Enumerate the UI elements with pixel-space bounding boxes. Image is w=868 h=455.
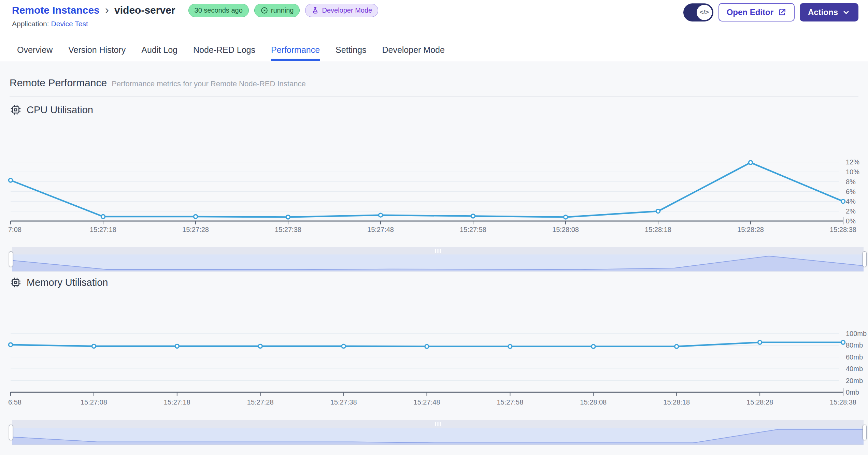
performance-panel: Remote Performance Performance metrics f… (0, 61, 868, 455)
memory-zoom-grip-icon[interactable] (435, 422, 441, 426)
svg-text:15:27:28: 15:27:28 (182, 226, 209, 233)
cpu-utilisation-chart[interactable]: 0%2%4%6%8%10%12%7:0815:27:1815:27:2815:2… (0, 147, 868, 235)
page-subtitle: Performance metrics for your Remote Node… (112, 79, 306, 88)
badge-group: 30 seconds ago running D (188, 4, 379, 17)
tab-overview[interactable]: Overview (17, 39, 53, 61)
memory-zoom-track[interactable] (12, 420, 864, 428)
svg-text:100mb: 100mb (846, 330, 867, 337)
svg-text:15:27:48: 15:27:48 (414, 398, 440, 406)
svg-text:4%: 4% (846, 197, 856, 205)
svg-text:15:27:38: 15:27:38 (330, 398, 357, 406)
svg-text:15:27:18: 15:27:18 (164, 398, 190, 406)
memory-section-heading: Memory Utilisation (10, 275, 108, 290)
developer-mode-label: Developer Mode (322, 6, 372, 14)
memory-section-title: Memory Utilisation (27, 277, 108, 288)
cpu-section-heading: CPU Utilisation (10, 102, 93, 117)
header-controls: </> Open Editor Actions (683, 3, 858, 21)
memory-utilisation-chart[interactable]: 0mb20mb40mb60mb80mb100mb6:5815:27:0815:2… (0, 321, 868, 409)
header: Remote Instances › video-server 30 secon… (0, 0, 868, 39)
svg-text:15:27:38: 15:27:38 (275, 226, 301, 233)
svg-text:15:27:48: 15:27:48 (367, 226, 394, 233)
svg-text:2%: 2% (846, 207, 856, 215)
svg-text:80mb: 80mb (846, 341, 863, 349)
cpu-zoom-grip-icon[interactable] (435, 249, 441, 253)
tab-version-history[interactable]: Version History (68, 39, 126, 61)
cpu-zoom-track[interactable] (12, 247, 864, 254)
page-title: Remote Performance (10, 77, 107, 89)
tab-developer-mode[interactable]: Developer Mode (382, 39, 444, 61)
svg-text:15:28:08: 15:28:08 (552, 226, 579, 233)
tab-node-red-logs[interactable]: Node-RED Logs (193, 39, 255, 61)
application-link[interactable]: Device Test (51, 20, 88, 28)
svg-text:40mb: 40mb (846, 365, 863, 372)
breadcrumb: Remote Instances › video-server 30 secon… (12, 2, 378, 18)
cpu-zoom-preview[interactable] (12, 254, 864, 271)
cpu-zoom-slider[interactable] (12, 247, 864, 271)
svg-text:7:08: 7:08 (8, 226, 22, 233)
breadcrumb-current-instance: video-server (114, 4, 175, 16)
svg-text:12%: 12% (846, 158, 859, 166)
svg-text:15:28:18: 15:28:18 (645, 226, 671, 233)
svg-text:15:27:18: 15:27:18 (90, 226, 116, 233)
memory-zoom-handle-left[interactable] (9, 425, 13, 440)
breadcrumb-separator-icon: › (105, 4, 109, 15)
actions-label: Actions (808, 8, 838, 17)
actions-button[interactable]: Actions (800, 3, 858, 21)
svg-text:15:28:28: 15:28:28 (737, 226, 764, 233)
last-updated-label: 30 seconds ago (195, 6, 243, 14)
last-updated-badge: 30 seconds ago (188, 4, 249, 17)
svg-text:8%: 8% (846, 178, 856, 186)
tab-performance[interactable]: Performance (271, 39, 320, 61)
flask-icon (311, 6, 319, 14)
tab-bar: Overview Version History Audit Log Node-… (0, 39, 868, 61)
status-label: running (271, 6, 294, 14)
svg-text:6%: 6% (846, 188, 856, 195)
code-icon: </> (697, 5, 712, 20)
svg-text:15:28:38: 15:28:38 (830, 398, 856, 406)
svg-text:15:28:08: 15:28:08 (580, 398, 607, 406)
svg-text:15:27:58: 15:27:58 (460, 226, 486, 233)
memory-zoom-slider[interactable] (12, 420, 864, 444)
svg-text:0%: 0% (846, 217, 856, 225)
open-editor-label: Open Editor (727, 8, 773, 17)
breadcrumb-link-remote-instances[interactable]: Remote Instances (12, 4, 100, 16)
tab-settings[interactable]: Settings (336, 39, 366, 61)
svg-text:15:28:18: 15:28:18 (663, 398, 690, 406)
divider (10, 97, 858, 97)
svg-text:10%: 10% (846, 168, 859, 176)
cpu-chip-icon (10, 104, 21, 115)
cpu-zoom-handle-right[interactable] (863, 251, 867, 267)
svg-text:15:27:28: 15:27:28 (247, 398, 274, 406)
svg-text:60mb: 60mb (846, 353, 863, 361)
chevron-down-icon (842, 8, 850, 16)
application-label: Application: (12, 20, 49, 28)
svg-text:15:28:38: 15:28:38 (830, 226, 856, 233)
svg-text:15:27:58: 15:27:58 (497, 398, 523, 406)
developer-mode-badge[interactable]: Developer Mode (305, 4, 378, 17)
cpu-zoom-handle-left[interactable] (9, 251, 13, 267)
tab-audit-log[interactable]: Audit Log (141, 39, 177, 61)
open-editor-button[interactable]: Open Editor (718, 3, 795, 21)
svg-text:0mb: 0mb (846, 388, 859, 396)
status-badge: running (254, 4, 300, 17)
memory-zoom-handle-right[interactable] (863, 425, 867, 440)
svg-text:6:58: 6:58 (8, 398, 22, 406)
svg-text:15:28:28: 15:28:28 (746, 398, 773, 406)
memory-chip-icon (10, 277, 21, 288)
svg-text:15:27:08: 15:27:08 (81, 398, 107, 406)
developer-mode-toggle[interactable]: </> (683, 3, 713, 21)
external-link-icon (778, 8, 786, 17)
page-head: Remote Performance Performance metrics f… (10, 77, 306, 89)
svg-text:20mb: 20mb (846, 377, 863, 384)
cpu-section-title: CPU Utilisation (27, 104, 93, 116)
application-row: Application:Device Test (12, 20, 88, 28)
memory-zoom-preview[interactable] (12, 428, 864, 445)
running-play-icon (260, 6, 268, 14)
